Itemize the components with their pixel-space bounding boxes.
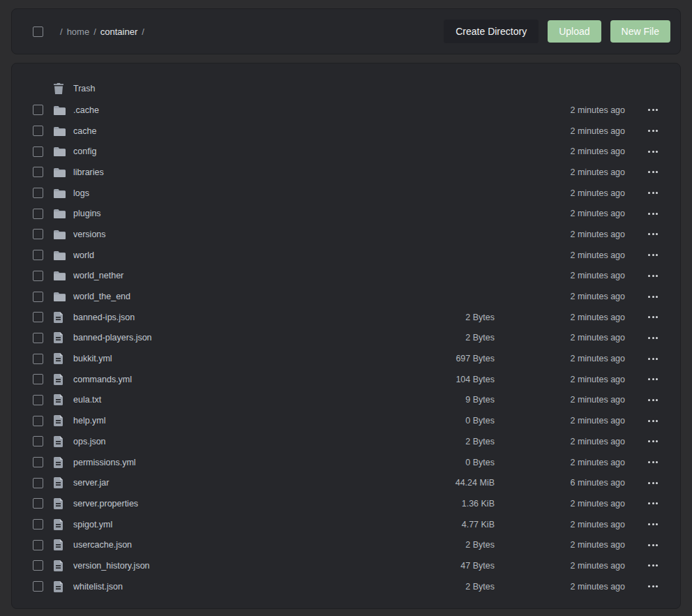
row-checkbox[interactable] (33, 540, 43, 550)
file-row[interactable]: plugins 2 minutes ago (12, 203, 680, 224)
row-menu-button[interactable] (647, 562, 659, 569)
row-menu-button[interactable] (647, 334, 659, 342)
row-checkbox[interactable] (33, 416, 43, 426)
row-menu-button[interactable] (647, 355, 659, 363)
entry-name[interactable]: libraries (73, 167, 411, 177)
file-row[interactable]: logs 2 minutes ago (12, 183, 680, 204)
file-row[interactable]: server.jar 44.24 MiB 6 minutes ago (12, 472, 680, 493)
entry-name[interactable]: permissions.yml (73, 458, 411, 467)
row-menu-button[interactable] (647, 148, 659, 156)
entry-name[interactable]: world (73, 250, 411, 260)
row-menu-button[interactable] (647, 168, 659, 176)
row-menu-button[interactable] (647, 396, 659, 404)
file-row[interactable]: versions 2 minutes ago (12, 224, 680, 245)
file-row[interactable]: help.yml 0 Bytes 2 minutes ago (12, 410, 680, 431)
entry-name[interactable]: ops.json (73, 437, 411, 446)
row-checkbox[interactable] (33, 333, 43, 343)
row-menu-button[interactable] (647, 272, 659, 280)
row-menu-button[interactable] (647, 189, 659, 197)
row-menu-button[interactable] (647, 437, 659, 445)
row-menu-button[interactable] (647, 313, 659, 321)
row-checkbox[interactable] (33, 581, 43, 592)
entry-name[interactable]: versions (73, 230, 411, 239)
file-row[interactable]: eula.txt 9 Bytes 2 minutes ago (12, 390, 680, 411)
entry-name[interactable]: config (73, 147, 411, 156)
new-file-button[interactable]: New File (610, 20, 670, 43)
entry-name[interactable]: whitelist.json (73, 582, 411, 592)
file-row[interactable]: libraries 2 minutes ago (12, 162, 680, 183)
row-checkbox[interactable] (33, 126, 43, 136)
entry-name[interactable]: version_history.json (73, 561, 411, 571)
row-checkbox[interactable] (33, 560, 43, 571)
row-menu-button[interactable] (647, 458, 659, 466)
entry-name[interactable]: server.jar (73, 478, 411, 488)
file-row[interactable]: banned-players.json 2 Bytes 2 minutes ag… (12, 328, 680, 349)
breadcrumb-home[interactable]: home (67, 27, 90, 37)
row-menu-button[interactable] (647, 417, 659, 425)
row-menu-button[interactable] (647, 479, 659, 487)
row-checkbox[interactable] (33, 312, 43, 322)
row-menu-button[interactable] (647, 583, 659, 590)
file-row[interactable]: commands.yml 104 Bytes 2 minutes ago (12, 369, 680, 390)
file-row[interactable]: banned-ips.json 2 Bytes 2 minutes ago (12, 307, 680, 328)
row-menu-button[interactable] (647, 106, 659, 114)
file-row[interactable]: world_nether 2 minutes ago (12, 266, 680, 287)
entry-name[interactable]: world_nether (73, 271, 411, 280)
entry-name[interactable]: spigot.yml (73, 520, 411, 529)
row-checkbox[interactable] (33, 436, 43, 446)
row-checkbox[interactable] (33, 250, 43, 260)
file-row[interactable]: usercache.json 2 Bytes 2 minutes ago (12, 534, 680, 555)
entry-name[interactable]: eula.txt (73, 395, 411, 405)
row-checkbox[interactable] (33, 478, 43, 488)
file-row[interactable]: cache 2 minutes ago (12, 121, 680, 142)
entry-name[interactable]: world_the_end (73, 292, 411, 301)
entry-name[interactable]: bukkit.yml (73, 354, 411, 363)
row-menu-button[interactable] (647, 499, 659, 507)
select-all-checkbox[interactable] (33, 27, 43, 37)
entry-name[interactable]: banned-players.json (73, 333, 411, 343)
row-checkbox[interactable] (33, 167, 43, 177)
file-row[interactable]: .cache 2 minutes ago (12, 100, 680, 121)
file-row[interactable]: permissions.yml 0 Bytes 2 minutes ago (12, 452, 680, 473)
row-checkbox[interactable] (33, 395, 43, 405)
row-menu-button[interactable] (647, 230, 659, 238)
file-row[interactable]: world_the_end 2 minutes ago (12, 286, 680, 307)
row-menu-button[interactable] (647, 541, 659, 549)
row-checkbox[interactable] (33, 457, 43, 467)
file-row[interactable]: world 2 minutes ago (12, 245, 680, 266)
entry-name[interactable]: usercache.json (73, 540, 411, 550)
row-checkbox[interactable] (33, 209, 43, 219)
file-row[interactable]: version_history.json 47 Bytes 2 minutes … (12, 555, 680, 576)
entry-name[interactable]: help.yml (73, 416, 411, 426)
file-row[interactable]: config 2 minutes ago (12, 141, 680, 162)
breadcrumb-container[interactable]: container (100, 27, 137, 37)
entry-name[interactable]: server.properties (73, 499, 411, 509)
row-menu-button[interactable] (647, 520, 659, 528)
trash-row[interactable]: Trash (12, 77, 680, 100)
file-row[interactable]: ops.json 2 Bytes 2 minutes ago (12, 431, 680, 452)
entry-name[interactable]: logs (73, 188, 411, 198)
row-menu-button[interactable] (647, 293, 659, 301)
entry-name[interactable]: commands.yml (73, 375, 411, 384)
row-checkbox[interactable] (33, 292, 43, 302)
row-checkbox[interactable] (33, 229, 43, 239)
row-checkbox[interactable] (33, 105, 43, 115)
row-checkbox[interactable] (33, 188, 43, 198)
row-menu-button[interactable] (647, 375, 659, 383)
row-menu-button[interactable] (647, 210, 659, 218)
entry-name[interactable]: banned-ips.json (73, 313, 411, 322)
file-row[interactable]: server.properties 1.36 KiB 2 minutes ago (12, 493, 680, 514)
upload-button[interactable]: Upload (548, 20, 601, 43)
row-checkbox[interactable] (33, 374, 43, 384)
row-checkbox[interactable] (33, 519, 43, 529)
entry-name[interactable]: plugins (73, 209, 411, 218)
row-checkbox[interactable] (33, 354, 43, 364)
file-row[interactable]: bukkit.yml 697 Bytes 2 minutes ago (12, 348, 680, 369)
row-menu-button[interactable] (647, 251, 659, 259)
create-directory-button[interactable]: Create Directory (444, 20, 539, 43)
file-row[interactable]: spigot.yml 4.77 KiB 2 minutes ago (12, 514, 680, 535)
file-row[interactable]: whitelist.json 2 Bytes 2 minutes ago (12, 576, 680, 597)
row-checkbox[interactable] (33, 498, 43, 509)
row-checkbox[interactable] (33, 147, 43, 157)
entry-name[interactable]: cache (73, 126, 411, 136)
